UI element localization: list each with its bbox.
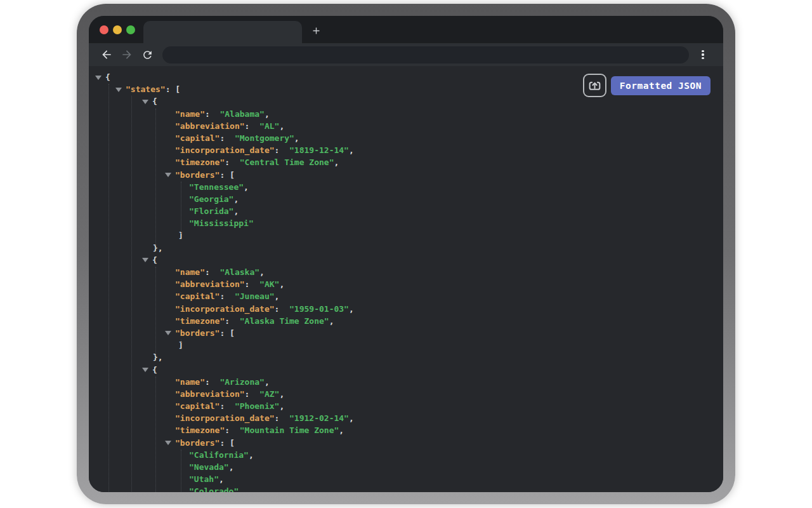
json-line: "California", <box>89 449 723 461</box>
json-string: "AZ" <box>259 389 279 399</box>
json-key: "timezone" <box>175 425 225 435</box>
active-tab[interactable] <box>143 21 302 43</box>
json-punct: : <box>205 267 219 277</box>
json-line: "timezone": "Central Time Zone", <box>89 156 723 168</box>
collapse-triangle-icon[interactable] <box>142 258 148 262</box>
json-line: { <box>89 95 723 107</box>
json-punct: : <box>225 157 239 167</box>
collapse-triangle-icon[interactable] <box>115 88 122 92</box>
json-punct: [ <box>175 84 180 94</box>
open-raw-button[interactable] <box>583 74 606 97</box>
forward-arrow-icon <box>121 48 133 61</box>
back-button[interactable] <box>99 47 114 62</box>
json-line: "name": "Alaska", <box>89 266 723 278</box>
json-punct: : <box>225 425 239 435</box>
json-punct: , <box>279 389 284 399</box>
forward-button[interactable] <box>119 47 134 62</box>
viewer-actions: Formatted JSON <box>583 74 710 97</box>
plus-icon <box>311 25 322 36</box>
json-string: "Mississippi" <box>189 218 254 228</box>
json-key: "capital" <box>175 401 219 411</box>
tab-bar <box>89 16 723 43</box>
json-line: ] <box>89 229 723 241</box>
collapse-triangle-icon[interactable] <box>142 368 148 372</box>
json-string: "Alaska Time Zone" <box>240 316 329 326</box>
indent-guide <box>108 84 109 492</box>
json-string: "Alabama" <box>219 109 264 119</box>
json-key: "name" <box>175 109 205 119</box>
collapse-triangle-icon[interactable] <box>165 331 171 335</box>
json-line: "Florida", <box>89 205 723 217</box>
refresh-button[interactable] <box>140 47 155 62</box>
formatted-json-button[interactable]: Formatted JSON <box>611 76 710 95</box>
window-frame: Formatted JSON {"states": [{"name": "Ala… <box>77 4 735 504</box>
json-key: "timezone" <box>175 157 225 167</box>
json-viewer-page: Formatted JSON {"states": [{"name": "Ala… <box>89 66 723 492</box>
json-punct: , <box>349 413 354 423</box>
json-punct: }, <box>153 243 163 253</box>
json-punct: , <box>349 145 354 155</box>
json-tree: {"states": [{"name": "Alabama","abbrevia… <box>89 66 723 492</box>
json-line: "borders": [ <box>89 437 723 449</box>
json-key: "incorporation_date" <box>175 145 275 155</box>
json-line: "abbreviation": "AK", <box>89 278 723 290</box>
browser-menu-button[interactable] <box>697 47 709 62</box>
new-tab-button[interactable] <box>307 22 325 39</box>
indent-guide <box>155 377 156 492</box>
json-punct: , <box>279 279 284 289</box>
json-punct: , <box>233 194 239 204</box>
json-punct: , <box>339 425 344 435</box>
json-punct: , <box>219 474 224 484</box>
indent-guide <box>181 182 181 234</box>
json-line: "capital": "Juneau", <box>89 290 723 302</box>
json-key: "incorporation_date" <box>175 413 275 423</box>
json-string: "1959-01-03" <box>289 304 349 314</box>
json-line: "incorporation_date": "1912-02-14", <box>89 412 723 424</box>
json-punct: : <box>166 84 176 94</box>
json-key: "name" <box>175 267 205 277</box>
navigation-toolbar <box>89 43 723 66</box>
json-punct: : <box>275 304 289 314</box>
json-key: "name" <box>175 377 205 387</box>
json-punct: , <box>294 133 299 143</box>
json-punct: : <box>219 133 234 143</box>
json-punct: { <box>152 255 157 265</box>
collapse-triangle-icon[interactable] <box>95 76 102 80</box>
json-key: "borders" <box>175 438 219 448</box>
indent-guide <box>181 450 181 492</box>
address-bar-input[interactable] <box>162 46 689 64</box>
json-string: "Juneau" <box>235 291 275 301</box>
json-punct: [ <box>230 438 235 448</box>
json-punct: , <box>349 304 354 314</box>
json-key: "timezone" <box>175 316 225 326</box>
json-key: "abbreviation" <box>175 279 245 289</box>
json-key: "capital" <box>175 291 219 301</box>
json-punct: , <box>259 267 265 277</box>
browser-window: Formatted JSON {"states": [{"name": "Ala… <box>89 16 723 492</box>
json-line: "name": "Arizona", <box>89 376 723 388</box>
json-line: "borders": [ <box>89 169 723 181</box>
json-string: "Colorado" <box>189 486 239 492</box>
json-string: "Utah" <box>189 474 219 484</box>
json-string: "Montgomery" <box>235 133 294 143</box>
json-punct: : <box>219 170 230 180</box>
collapse-triangle-icon[interactable] <box>142 100 148 104</box>
json-line: "name": "Alabama", <box>89 108 723 120</box>
json-line: "Utah", <box>89 473 723 485</box>
json-string: "Phoenix" <box>235 401 279 411</box>
zoom-button[interactable] <box>126 25 135 34</box>
json-punct: { <box>152 365 157 375</box>
refresh-icon <box>141 49 154 61</box>
json-line: "timezone": "Alaska Time Zone", <box>89 315 723 327</box>
json-key: "borders" <box>175 170 219 180</box>
collapse-triangle-icon[interactable] <box>165 441 171 445</box>
close-button[interactable] <box>100 25 108 34</box>
json-punct: , <box>249 450 254 460</box>
collapse-triangle-icon[interactable] <box>165 173 171 177</box>
minimize-button[interactable] <box>113 25 122 34</box>
json-punct: , <box>265 109 270 119</box>
json-string: "Georgia" <box>189 194 233 204</box>
indent-guide <box>181 340 181 343</box>
json-line: ] <box>89 339 723 351</box>
json-punct: : <box>219 328 230 338</box>
